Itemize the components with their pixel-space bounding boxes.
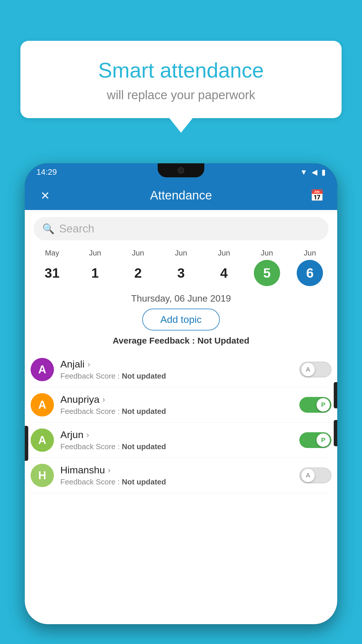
student-item[interactable]: AAnupriya ›Feedback Score : Not updatedP: [31, 387, 331, 423]
cal-month-label: Jun: [175, 249, 187, 258]
avg-feedback-label: Average Feedback :: [113, 336, 197, 345]
cal-month-label: Jun: [89, 249, 101, 258]
search-placeholder: Search: [59, 223, 94, 235]
close-icon[interactable]: ×: [36, 187, 54, 204]
notch: [158, 163, 204, 177]
student-feedback: Feedback Score : Not updated: [60, 477, 299, 487]
student-avatar: A: [31, 428, 54, 452]
search-icon: 🔍: [42, 223, 55, 235]
student-item[interactable]: AArjun ›Feedback Score : Not updatedP: [31, 423, 331, 458]
wifi-icon: ▼: [300, 168, 307, 177]
calendar-day[interactable]: Jun6: [291, 249, 329, 286]
calendar-strip: May31Jun1Jun2Jun3Jun4Jun5Jun6: [25, 246, 337, 286]
calendar-day[interactable]: Jun3: [162, 249, 200, 286]
toggle-off[interactable]: A: [299, 468, 331, 483]
student-name: Anupriya ›: [60, 394, 299, 405]
student-item[interactable]: HHimanshu ›Feedback Score : Not updatedA: [31, 458, 331, 493]
student-feedback: Feedback Score : Not updated: [60, 372, 299, 381]
calendar-day[interactable]: Jun2: [119, 249, 157, 286]
student-item[interactable]: AAnjali ›Feedback Score : Not updatedA: [31, 352, 331, 387]
chevron-right-icon: ›: [86, 430, 89, 440]
cal-month-label: Jun: [261, 249, 273, 258]
student-info: Arjun ›Feedback Score : Not updated: [60, 429, 299, 451]
student-feedback: Feedback Score : Not updated: [60, 407, 299, 416]
cal-month-label: Jun: [218, 249, 230, 258]
student-info: Anjali ›Feedback Score : Not updated: [60, 358, 299, 381]
student-info: Anupriya ›Feedback Score : Not updated: [60, 394, 299, 416]
search-bar[interactable]: 🔍 Search: [34, 217, 328, 240]
status-time: 14:29: [36, 167, 57, 177]
cal-date-number: 3: [168, 260, 194, 286]
calendar-day[interactable]: Jun4: [205, 249, 243, 286]
app-bar: × Attendance 📅: [25, 181, 337, 210]
student-feedback: Feedback Score : Not updated: [60, 442, 299, 451]
toggle-knob: P: [317, 433, 330, 447]
side-button-right-bot: [334, 420, 337, 446]
avg-feedback-value: Not Updated: [197, 336, 249, 345]
status-icons: ▼ ◀ ▮: [300, 168, 326, 177]
chevron-right-icon: ›: [108, 466, 110, 475]
cal-date-number: 5: [254, 260, 280, 286]
attendance-toggle[interactable]: A: [299, 362, 331, 377]
speech-bubble-container: Smart attendance will replace your paper…: [20, 41, 342, 133]
bubble-title: Smart attendance: [38, 58, 324, 82]
toggle-on[interactable]: P: [299, 397, 331, 413]
chevron-right-icon: ›: [87, 360, 90, 369]
cal-month-label: May: [45, 249, 59, 258]
calendar-day[interactable]: May31: [33, 249, 71, 286]
student-info: Himanshu ›Feedback Score : Not updated: [60, 464, 299, 487]
toggle-knob: A: [301, 469, 315, 482]
speech-bubble: Smart attendance will replace your paper…: [20, 41, 342, 118]
attendance-toggle[interactable]: P: [299, 432, 331, 448]
signal-icon: ◀: [312, 168, 317, 177]
add-topic-button[interactable]: Add topic: [142, 309, 220, 330]
side-button-right-top: [334, 382, 337, 408]
cal-date-number: 6: [297, 260, 323, 286]
attendance-toggle[interactable]: A: [299, 468, 331, 483]
toggle-off[interactable]: A: [299, 362, 331, 377]
student-avatar: A: [31, 393, 54, 416]
cal-date-number: 31: [39, 260, 65, 286]
chevron-right-icon: ›: [102, 395, 105, 404]
calendar-day[interactable]: Jun5: [248, 249, 286, 286]
student-name: Himanshu ›: [60, 464, 299, 476]
student-avatar: A: [31, 358, 54, 381]
app-bar-title: Attendance: [54, 188, 308, 202]
bubble-tail: [169, 118, 193, 133]
toggle-on[interactable]: P: [299, 432, 331, 448]
student-name: Anjali ›: [60, 358, 299, 370]
student-list: AAnjali ›Feedback Score : Not updatedAAA…: [25, 352, 337, 493]
cal-date-number: 4: [211, 260, 237, 286]
cal-month-label: Jun: [304, 249, 316, 258]
calendar-day[interactable]: Jun1: [76, 249, 114, 286]
cal-date-number: 2: [125, 260, 151, 286]
battery-icon: ▮: [321, 168, 326, 177]
side-button-left: [25, 426, 28, 461]
student-name: Arjun ›: [60, 429, 299, 440]
bubble-subtitle: will replace your paperwork: [38, 88, 324, 102]
calendar-icon[interactable]: 📅: [308, 189, 326, 202]
cal-date-number: 1: [82, 260, 108, 286]
toggle-knob: A: [301, 363, 315, 376]
camera: [178, 167, 184, 174]
cal-month-label: Jun: [132, 249, 144, 258]
student-avatar: H: [31, 464, 54, 487]
attendance-toggle[interactable]: P: [299, 397, 331, 413]
toggle-knob: P: [317, 398, 330, 412]
app-content: 🔍 Search May31Jun1Jun2Jun3Jun4Jun5Jun6 T…: [25, 210, 337, 624]
avg-feedback: Average Feedback : Not Updated: [25, 336, 337, 346]
phone-frame: 14:29 ▼ ◀ ▮ × Attendance 📅 🔍 Search May3…: [25, 163, 337, 624]
selected-date-label: Thursday, 06 June 2019: [25, 293, 337, 304]
